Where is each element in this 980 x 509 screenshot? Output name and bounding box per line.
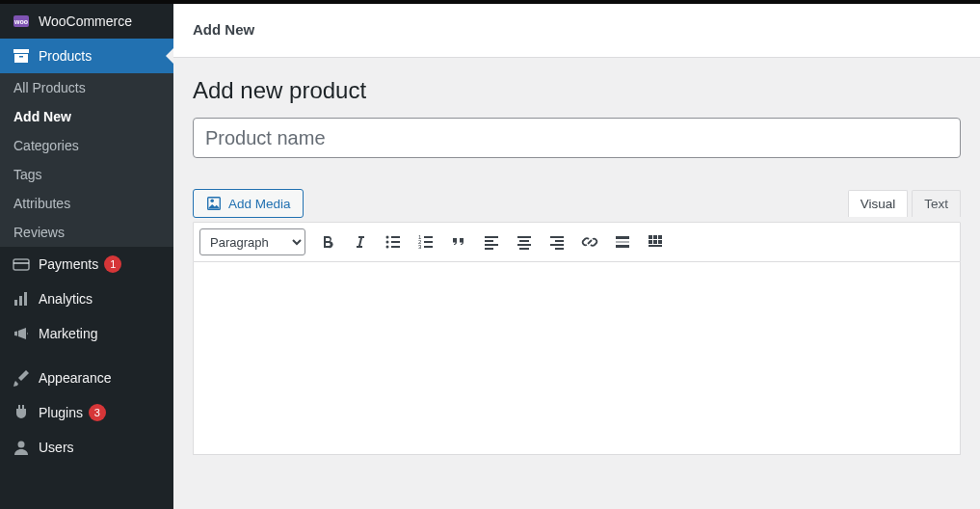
sidebar-label: Analytics: [39, 291, 93, 307]
svg-rect-29: [517, 236, 531, 238]
sidebar-label: Appearance: [39, 370, 112, 386]
svg-rect-44: [653, 240, 657, 244]
svg-text:woo: woo: [13, 18, 28, 25]
sidebar-label: Products: [39, 48, 92, 64]
svg-rect-26: [485, 240, 493, 242]
svg-rect-45: [658, 240, 662, 244]
bullet-list-button[interactable]: [379, 228, 408, 256]
svg-rect-37: [616, 236, 629, 239]
align-center-button[interactable]: [510, 228, 539, 256]
svg-point-15: [386, 246, 389, 249]
svg-rect-17: [391, 241, 400, 243]
sidebar-item-analytics[interactable]: Analytics: [0, 281, 173, 316]
page-header: Add New: [173, 4, 980, 58]
svg-point-10: [18, 442, 25, 448]
svg-rect-38: [616, 241, 629, 243]
sidebar-item-plugins[interactable]: Plugins 3: [0, 395, 173, 430]
svg-rect-7: [14, 300, 17, 306]
tab-text[interactable]: Text: [912, 190, 961, 217]
sidebar-item-users[interactable]: Users: [0, 430, 173, 465]
sidebar-item-appearance[interactable]: Appearance: [0, 361, 173, 395]
svg-rect-46: [649, 245, 662, 247]
svg-rect-31: [517, 244, 531, 246]
svg-rect-18: [391, 246, 400, 248]
credit-card-icon: [12, 254, 31, 274]
tab-visual[interactable]: Visual: [848, 190, 909, 217]
numbered-list-button[interactable]: 123: [411, 228, 440, 256]
svg-rect-36: [555, 248, 564, 250]
main-content: Add New Add new product Add Media Visual…: [173, 0, 980, 509]
page-header-title: Add New: [193, 21, 254, 38]
sidebar-label: Payments: [39, 256, 98, 272]
svg-rect-25: [485, 236, 498, 238]
toolbar-toggle-button[interactable]: [641, 228, 670, 256]
sidebar-label: Plugins: [39, 405, 83, 420]
subitem-add-new[interactable]: Add New: [0, 102, 173, 131]
megaphone-icon: [12, 324, 31, 343]
page-title: Add new product: [193, 77, 961, 104]
align-left-button[interactable]: [477, 228, 506, 256]
subitem-tags[interactable]: Tags: [0, 160, 173, 189]
update-badge: 1: [104, 255, 121, 273]
svg-rect-16: [391, 236, 400, 238]
sidebar-label: Marketing: [39, 326, 97, 341]
products-submenu: All Products Add New Categories Tags Att…: [0, 73, 173, 247]
svg-rect-23: [424, 241, 433, 243]
sidebar-item-products[interactable]: Products: [0, 39, 173, 73]
svg-rect-34: [555, 240, 564, 242]
align-right-button[interactable]: [543, 228, 571, 256]
subitem-categories[interactable]: Categories: [0, 131, 173, 160]
svg-rect-6: [13, 262, 29, 264]
svg-rect-35: [550, 244, 564, 246]
brush-icon: [12, 368, 31, 388]
read-more-button[interactable]: [608, 228, 637, 256]
svg-rect-40: [649, 235, 652, 239]
subitem-reviews[interactable]: Reviews: [0, 218, 173, 247]
subitem-attributes[interactable]: Attributes: [0, 189, 173, 218]
user-icon: [12, 438, 31, 457]
product-name-input[interactable]: [193, 118, 961, 158]
sidebar-label: WooCommerce: [39, 13, 132, 29]
editor-body[interactable]: [193, 262, 961, 455]
svg-rect-8: [19, 296, 22, 306]
link-button[interactable]: [575, 228, 604, 256]
svg-rect-22: [424, 236, 433, 238]
svg-point-13: [386, 236, 389, 239]
add-media-label: Add Media: [228, 197, 291, 211]
svg-rect-28: [485, 248, 493, 250]
plugin-icon: [12, 403, 31, 422]
woocommerce-icon: woo: [12, 12, 31, 31]
format-select[interactable]: Paragraph: [199, 228, 305, 255]
svg-rect-39: [616, 245, 629, 248]
chart-bar-icon: [12, 289, 31, 308]
svg-rect-3: [14, 54, 28, 63]
svg-point-14: [386, 241, 389, 244]
archive-icon: [12, 46, 31, 66]
blockquote-button[interactable]: [444, 228, 473, 256]
admin-sidebar: woo WooCommerce Products All Products Ad…: [0, 0, 173, 509]
bold-button[interactable]: [313, 228, 342, 256]
svg-rect-9: [24, 292, 27, 306]
svg-rect-33: [550, 236, 564, 238]
svg-rect-42: [658, 235, 662, 239]
svg-rect-27: [485, 244, 498, 246]
admin-topbar: [0, 0, 980, 4]
svg-point-11: [210, 200, 214, 203]
editor-toolbar: Paragraph 123: [193, 222, 961, 262]
svg-rect-2: [13, 49, 29, 53]
svg-rect-24: [424, 246, 433, 248]
media-icon: [205, 195, 223, 212]
menu-separator: [0, 351, 173, 361]
editor-tabs: Visual Text: [848, 190, 961, 217]
svg-text:3: 3: [418, 244, 422, 250]
sidebar-item-marketing[interactable]: Marketing: [0, 316, 173, 351]
svg-rect-32: [519, 248, 529, 250]
svg-rect-41: [653, 235, 657, 239]
sidebar-item-payments[interactable]: Payments 1: [0, 247, 173, 281]
subitem-all-products[interactable]: All Products: [0, 73, 173, 102]
italic-button[interactable]: [346, 228, 375, 256]
sidebar-item-woocommerce[interactable]: woo WooCommerce: [0, 4, 173, 39]
add-media-button[interactable]: Add Media: [193, 189, 304, 218]
svg-rect-30: [519, 240, 529, 242]
svg-rect-5: [13, 259, 29, 270]
